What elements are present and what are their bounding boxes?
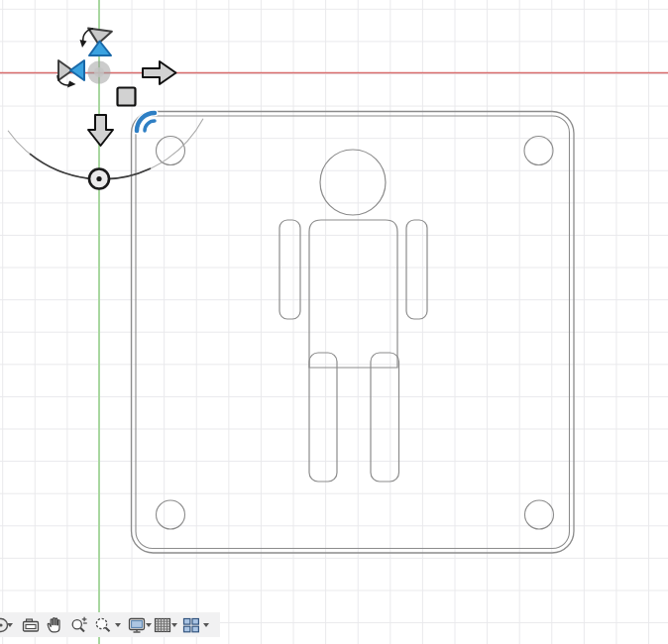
navigation-toolbar <box>0 612 220 637</box>
sketch-base-plate[interactable] <box>132 112 575 554</box>
origin-point[interactable] <box>89 169 109 189</box>
sketch-person[interactable] <box>279 150 427 482</box>
corner-hole[interactable] <box>525 500 554 529</box>
rotate-arrowhead-icon <box>80 40 87 48</box>
cad-viewport <box>0 0 668 644</box>
corner-hole[interactable] <box>157 137 185 165</box>
display-settings-dropdown-caret[interactable] <box>146 623 152 627</box>
move-manipulator <box>57 28 176 146</box>
person-leg-left[interactable] <box>309 353 337 482</box>
corner-hole[interactable] <box>157 500 185 529</box>
look-at-icon <box>22 616 40 634</box>
pan-button[interactable] <box>45 615 63 634</box>
pan-hand-icon <box>46 616 63 634</box>
zoom-icon <box>70 616 88 634</box>
viewports-dropdown-caret[interactable] <box>203 623 209 627</box>
zoom-button[interactable] <box>69 615 88 634</box>
person-leg-right[interactable] <box>371 353 399 482</box>
display-settings-icon <box>128 616 146 634</box>
display-settings-button[interactable] <box>127 615 146 634</box>
corner-hole[interactable] <box>524 137 553 165</box>
viewports-icon <box>182 616 200 634</box>
person-head[interactable] <box>320 150 386 215</box>
fit-dropdown-caret[interactable] <box>115 623 121 627</box>
move-x-arrow[interactable] <box>143 61 176 84</box>
grid-icon <box>154 616 171 634</box>
orbit-dropdown-caret[interactable] <box>7 623 13 627</box>
rotate-y-handle[interactable] <box>80 28 112 55</box>
viewports-button[interactable] <box>181 615 200 634</box>
person-arm-right[interactable] <box>406 220 427 319</box>
move-y-arrow[interactable] <box>88 115 113 146</box>
person-torso[interactable] <box>309 220 397 368</box>
center-handle[interactable] <box>88 61 111 84</box>
move-plane-square[interactable] <box>118 88 136 106</box>
base-plate-outer[interactable] <box>132 112 575 554</box>
grid-and-snaps-dropdown-caret[interactable] <box>171 623 177 627</box>
rotate-arrowhead-icon <box>67 81 76 88</box>
rotate-x-handle[interactable] <box>57 60 84 88</box>
fit-icon <box>94 616 113 634</box>
look-at-button[interactable] <box>21 615 40 634</box>
grid-and-snaps-button[interactable] <box>153 615 171 634</box>
base-plate-inner[interactable] <box>136 116 570 549</box>
fit-button[interactable] <box>94 615 113 634</box>
person-arm-left[interactable] <box>279 220 300 319</box>
